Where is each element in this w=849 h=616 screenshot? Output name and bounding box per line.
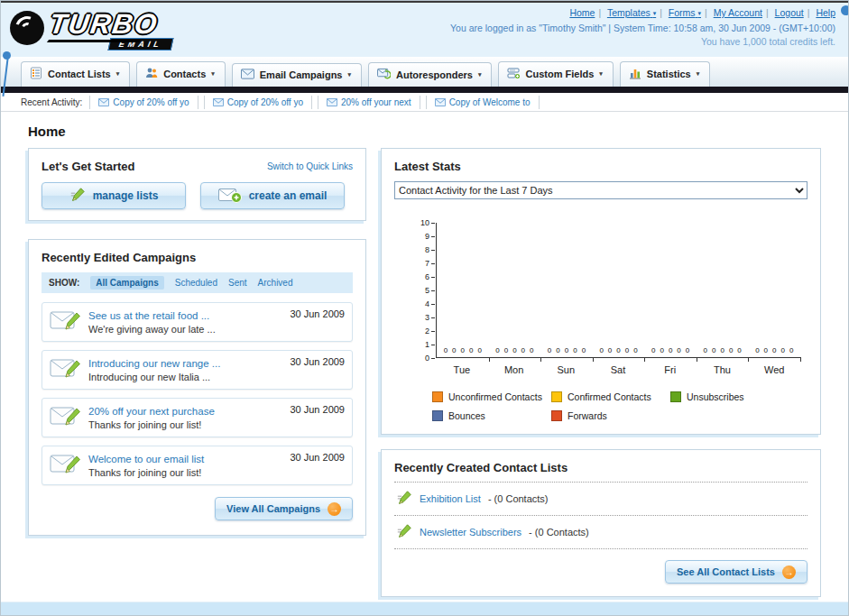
filter-tab-all-campaigns[interactable]: All Campaigns <box>90 276 163 290</box>
switch-quick-links-link[interactable]: Switch to Quick Links <box>267 161 353 171</box>
tab-label: Custom Fields <box>525 69 594 79</box>
email-campaigns-icon <box>241 69 254 81</box>
tab-email-campaigns[interactable]: Email Campaigns ▾ <box>232 63 362 87</box>
chart-bar-group: 00000 <box>697 223 749 357</box>
legend-swatch <box>432 410 443 421</box>
link-label: Forms <box>669 7 696 18</box>
arrow-right-icon: → <box>328 502 341 516</box>
custom-fields-icon <box>507 67 520 81</box>
recent-activity-item[interactable]: Copy of Welcome to <box>426 96 540 109</box>
contact-list-row[interactable]: Exhibition List - (0 Contacts) <box>394 483 807 516</box>
recent-activity-bar: Recent Activity: Copy of 20% off yo Copy… <box>1 93 848 112</box>
recent-contact-lists-panel: Recently Created Contact Lists Exhibitio… <box>381 449 821 597</box>
app-logo: TURBO EMAIL <box>10 6 167 50</box>
tab-contact-lists[interactable]: Contact Lists ▾ <box>21 61 130 87</box>
tab-contacts[interactable]: Contacts ▾ <box>136 61 226 87</box>
campaign-subtitle: Introducing our new Italia ... <box>88 372 281 382</box>
header-link-home[interactable]: Home <box>569 7 595 18</box>
statistics-icon <box>629 67 641 81</box>
legend-label: Bounces <box>448 410 485 421</box>
activity-link: 20% off your next <box>341 97 411 107</box>
chart-legend: Unconfirmed Contacts Confirmed Contacts … <box>432 391 807 421</box>
header-link-forms[interactable]: Forms ▾ <box>669 7 701 18</box>
campaign-row[interactable]: 20% off your next purchase Thanks for jo… <box>42 398 353 437</box>
contact-list-row[interactable]: Newsletter Subscribers - (0 Contacts) <box>394 516 807 549</box>
campaign-date: 30 Jun 2009 <box>290 308 345 319</box>
legend-swatch <box>432 391 443 402</box>
contact-lists-icon <box>30 67 42 81</box>
chart-x-label: Wed <box>748 358 800 375</box>
header-link-logout[interactable]: Logout <box>775 7 804 18</box>
filter-tab-archived[interactable]: Archived <box>258 278 293 288</box>
tab-autoresponders[interactable]: Autoresponders ▾ <box>368 62 492 87</box>
envelope-icon <box>213 98 224 106</box>
stats-range-select[interactable]: Contact Activity for the Last 7 Days <box>394 181 807 199</box>
create-email-button[interactable]: create an email <box>200 182 345 209</box>
campaign-title-link[interactable]: Welcome to our email list <box>88 454 281 464</box>
separator: | <box>705 7 707 18</box>
campaign-row[interactable]: Welcome to our email list Thanks for joi… <box>42 446 353 485</box>
campaign-text: Welcome to our email list Thanks for joi… <box>88 454 281 478</box>
view-all-campaigns-button[interactable]: View All Campaigns → <box>215 497 353 520</box>
header-link-templates[interactable]: Templates ▾ <box>607 7 656 18</box>
legend-item: Forwards <box>551 410 670 421</box>
campaign-title-link[interactable]: Introducing our new range ... <box>88 358 281 369</box>
chart-bar-group: 00000 <box>593 223 645 357</box>
campaign-date: 30 Jun 2009 <box>290 356 345 367</box>
tab-label: Email Campaigns <box>260 69 343 80</box>
chart-bar-group: 00000 <box>748 223 800 357</box>
pencil-icon <box>69 187 86 206</box>
left-column: Let's Get Started Switch to Quick Links … <box>28 148 366 536</box>
recently-edited-campaigns-panel: Recently Edited Campaigns SHOW: All Camp… <box>28 239 366 536</box>
get-started-panel: Let's Get Started Switch to Quick Links … <box>28 148 366 221</box>
latest-stats-panel: Latest Stats Contact Activity for the La… <box>381 148 821 435</box>
campaign-subtitle: Thanks for joining our list! <box>88 467 281 478</box>
filter-tab-scheduled[interactable]: Scheduled <box>175 278 217 288</box>
tab-label: Statistics <box>647 69 691 79</box>
caret-down-icon: ▾ <box>347 71 351 78</box>
contact-list-link[interactable]: Exhibition List <box>420 493 481 504</box>
legend-swatch <box>551 391 562 402</box>
activity-link: Copy of 20% off yo <box>227 97 303 107</box>
header-link-help[interactable]: Help <box>816 7 835 18</box>
campaign-row[interactable]: See us at the retail food ... We're givi… <box>42 302 353 342</box>
legend-label: Confirmed Contacts <box>568 391 651 402</box>
campaigns-title: Recently Edited Campaigns <box>42 251 353 264</box>
campaign-title-link[interactable]: 20% off your next purchase <box>88 406 281 417</box>
legend-item: Confirmed Contacts <box>551 391 670 402</box>
envelope-plus-icon <box>218 187 242 206</box>
recent-activity-item[interactable]: Copy of 20% off yo <box>89 96 198 109</box>
envelope-pencil-icon <box>50 356 80 383</box>
recent-activity-item[interactable]: Copy of 20% off yo <box>204 96 312 109</box>
campaign-date: 30 Jun 2009 <box>290 404 345 415</box>
contact-lists-title: Recently Created Contact Lists <box>394 461 807 483</box>
logo-text: TURBO EMAIL <box>48 6 167 50</box>
chart-y-tick: 6 <box>404 273 435 280</box>
campaign-title-link[interactable]: See us at the retail food ... <box>88 310 281 321</box>
manage-lists-button[interactable]: manage lists <box>42 182 186 209</box>
tab-statistics[interactable]: Statistics ▾ <box>620 61 710 87</box>
button-label: View All Campaigns <box>226 503 320 514</box>
tab-custom-fields[interactable]: Custom Fields ▾ <box>498 61 613 87</box>
filter-tab-sent[interactable]: Sent <box>228 278 247 288</box>
contact-list-link[interactable]: Newsletter Subscribers <box>420 527 521 538</box>
tab-label: Contact Lists <box>48 69 111 79</box>
chart-y-tick: 10 <box>404 219 435 226</box>
recent-activity-item[interactable]: 20% off your next <box>318 96 420 109</box>
chart-y-tick: 4 <box>404 300 435 308</box>
activity-link: Copy of Welcome to <box>449 97 531 107</box>
separator: | <box>766 7 769 18</box>
header-link-my-account[interactable]: My Account <box>714 7 762 18</box>
button-label: manage lists <box>93 189 159 202</box>
chart-x-axis: TueMonSunSatFriThuWed <box>436 358 800 375</box>
envelope-pencil-icon <box>50 404 80 431</box>
separator: | <box>807 7 810 18</box>
see-all-contact-lists-button[interactable]: See All Contact Lists → <box>665 560 807 584</box>
campaign-text: Introducing our new range ... Introducin… <box>88 358 281 382</box>
campaign-row[interactable]: Introducing our new range ... Introducin… <box>42 350 353 390</box>
envelope-icon <box>327 98 337 106</box>
envelope-icon <box>435 98 446 106</box>
legend-item: Unconfirmed Contacts <box>432 391 551 402</box>
chart-bar-group: 00000 <box>644 223 697 357</box>
legend-item: Bounces <box>432 410 551 421</box>
